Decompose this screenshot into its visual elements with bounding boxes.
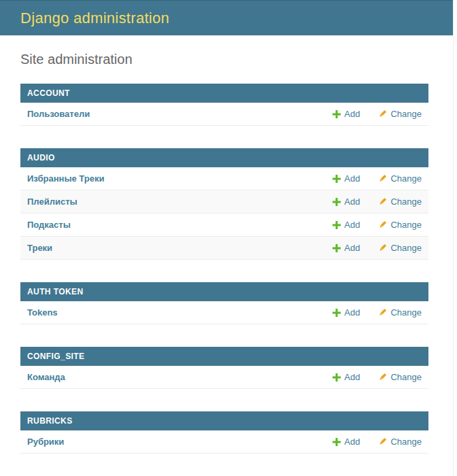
module-caption-account: ACCOUNT [20, 84, 428, 103]
app-link-config-site[interactable]: CONFIG_SITE [27, 352, 84, 361]
module-caption-auth-token: AUTH TOKEN [20, 282, 428, 301]
model-row-tracks: Треки Add Change [20, 237, 428, 260]
plus-icon [333, 373, 341, 381]
pencil-icon [378, 437, 387, 446]
add-button[interactable]: Add [333, 437, 360, 447]
add-button[interactable]: Add [333, 173, 360, 184]
row-actions: Add Change [333, 372, 422, 382]
row-actions: Add Change [333, 437, 422, 447]
change-button[interactable]: Change [378, 372, 422, 382]
module-caption-audio: AUDIO [20, 148, 428, 167]
model-link-tracks[interactable]: Треки [27, 243, 52, 253]
app-header: Django administration [0, 0, 457, 35]
plus-icon [333, 175, 341, 183]
plus-icon [333, 438, 341, 446]
row-actions: Add Change [333, 173, 422, 184]
module-auth-token: AUTH TOKEN Tokens Add Change [20, 282, 428, 324]
plus-icon [333, 309, 341, 317]
model-link-podcasts[interactable]: Подкасты [27, 220, 71, 230]
model-link-rubrics[interactable]: Рубрики [27, 437, 64, 447]
main-content: Site administration ACCOUNT Пользователи… [20, 35, 428, 454]
plus-icon [333, 221, 341, 229]
change-button[interactable]: Change [378, 220, 422, 230]
add-button[interactable]: Add [333, 197, 360, 207]
change-button[interactable]: Change [378, 307, 422, 318]
site-title[interactable]: Django administration [20, 10, 169, 27]
module-rubricks: RUBRICKS Рубрики Add Change [20, 411, 428, 454]
change-button[interactable]: Change [378, 109, 422, 119]
model-row-team: Команда Add Change [20, 366, 428, 389]
module-config-site: CONFIG_SITE Команда Add Change [20, 347, 428, 389]
module-audio: AUDIO Избранные Треки Add Change Плейлис… [20, 148, 428, 260]
model-link-favorite-tracks[interactable]: Избранные Треки [27, 173, 104, 184]
pencil-icon [378, 373, 387, 381]
scrollbar-rail[interactable] [453, 0, 457, 476]
app-link-account[interactable]: ACCOUNT [27, 88, 70, 98]
model-row-podcasts: Подкасты Add Change [20, 214, 428, 237]
add-button[interactable]: Add [333, 372, 360, 382]
model-row-favorite-tracks: Избранные Треки Add Change [20, 167, 428, 190]
model-row-rubrics: Рубрики Add Change [20, 430, 428, 454]
add-button[interactable]: Add [333, 243, 360, 253]
add-button[interactable]: Add [333, 109, 360, 119]
change-button[interactable]: Change [378, 197, 422, 207]
plus-icon [333, 198, 341, 206]
app-link-audio[interactable]: AUDIO [27, 153, 55, 163]
module-caption-rubricks: RUBRICKS [20, 411, 428, 430]
change-button[interactable]: Change [378, 437, 422, 447]
model-row-users: Пользователи Add Change [20, 103, 428, 126]
row-actions: Add Change [333, 109, 422, 119]
plus-icon [333, 110, 341, 118]
model-row-tokens: Tokens Add Change [20, 301, 428, 324]
module-caption-config-site: CONFIG_SITE [20, 347, 428, 366]
add-button[interactable]: Add [333, 307, 360, 318]
model-row-playlists: Плейлисты Add Change [20, 190, 428, 214]
pencil-icon [378, 308, 387, 317]
add-button[interactable]: Add [333, 220, 360, 230]
pencil-icon [378, 220, 387, 229]
model-link-playlists[interactable]: Плейлисты [27, 197, 78, 207]
app-link-auth-token[interactable]: AUTH TOKEN [27, 287, 83, 296]
module-account: ACCOUNT Пользователи Add Change [20, 84, 428, 126]
pencil-icon [378, 109, 387, 118]
model-link-users[interactable]: Пользователи [27, 109, 90, 119]
row-actions: Add Change [333, 307, 422, 318]
row-actions: Add Change [333, 197, 422, 207]
change-button[interactable]: Change [378, 243, 422, 253]
page-title: Site administration [20, 52, 428, 67]
pencil-icon [378, 174, 387, 183]
pencil-icon [378, 197, 387, 206]
model-link-tokens[interactable]: Tokens [27, 307, 58, 318]
change-button[interactable]: Change [378, 173, 422, 184]
app-link-rubricks[interactable]: RUBRICKS [27, 416, 73, 426]
row-actions: Add Change [333, 220, 422, 230]
plus-icon [333, 244, 341, 252]
row-actions: Add Change [333, 243, 422, 253]
model-link-team[interactable]: Команда [27, 372, 65, 382]
pencil-icon [378, 243, 387, 252]
